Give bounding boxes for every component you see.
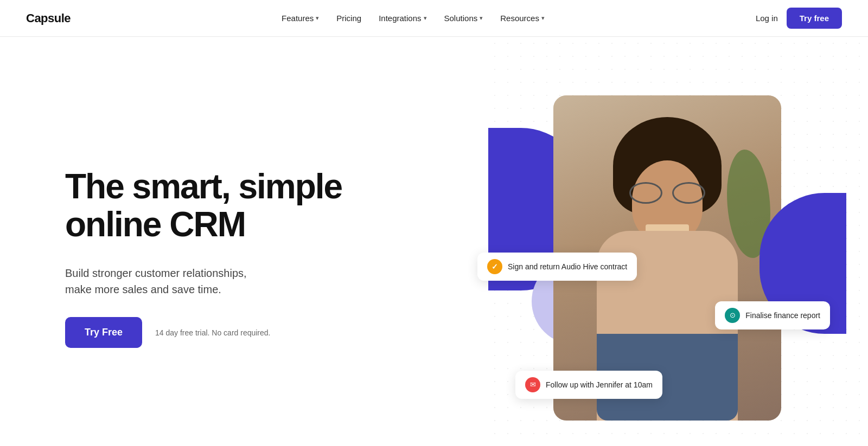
hero-content: The smart, simple online CRM Build stron… [65, 167, 342, 348]
nav-item-solutions[interactable]: Solutions ▾ [444, 14, 483, 23]
nav-item-resources[interactable]: Resources ▾ [500, 14, 545, 23]
notification-2: ⊙ Finalise finance report [715, 301, 830, 329]
hero-headline: The smart, simple online CRM [65, 167, 342, 244]
nav-actions: Log in Try free [756, 8, 842, 29]
timer-icon: ⊙ [725, 308, 740, 323]
nav-try-free-button[interactable]: Try free [787, 8, 842, 29]
notification-1: ✓ Sign and return Audio Hive contract [477, 253, 637, 281]
trial-disclaimer: 14 day free trial. No card required. [155, 328, 270, 337]
navigation: Capsule Features ▾ Pricing Integrations … [0, 0, 868, 37]
check-icon: ✓ [487, 259, 502, 274]
chevron-down-icon: ▾ [316, 15, 319, 22]
nav-item-pricing[interactable]: Pricing [336, 14, 361, 23]
login-button[interactable]: Log in [756, 14, 778, 23]
nav-links: Features ▾ Pricing Integrations ▾ Soluti… [282, 14, 545, 23]
nav-item-integrations[interactable]: Integrations ▾ [379, 14, 426, 23]
email-icon: ✉ [525, 377, 540, 392]
hero-subtext: Build stronger customer relationships, m… [65, 265, 342, 298]
hero-image-area: ✓ Sign and return Audio Hive contract ⊙ … [499, 85, 825, 431]
hero-cta-row: Try Free 14 day free trial. No card requ… [65, 317, 342, 348]
chevron-down-icon: ▾ [480, 15, 483, 22]
hero-try-free-button[interactable]: Try Free [65, 317, 142, 348]
notification-3: ✉ Follow up with Jennifer at 10am [515, 371, 662, 399]
hero-section: The smart, simple online CRM Build stron… [0, 37, 868, 446]
chevron-down-icon: ▾ [541, 15, 545, 22]
logo[interactable]: Capsule [26, 11, 71, 25]
chevron-down-icon: ▾ [424, 15, 427, 22]
nav-item-features[interactable]: Features ▾ [282, 14, 319, 23]
